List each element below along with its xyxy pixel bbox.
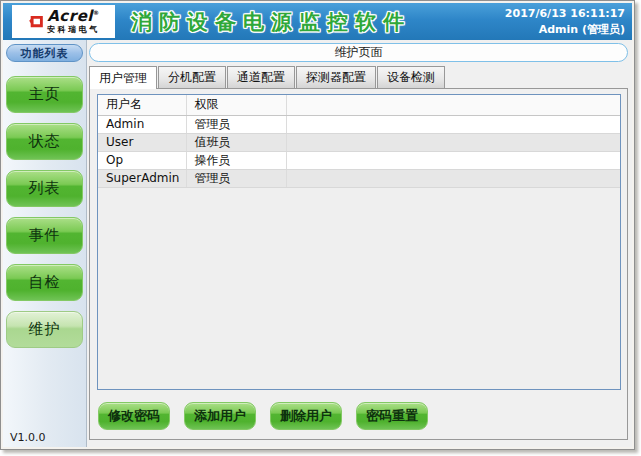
tab-extension-config[interactable]: 分机配置: [158, 66, 226, 88]
sidebar-item-status[interactable]: 状态: [6, 123, 83, 160]
logo-text: Acrel® 安科瑞电气: [47, 9, 100, 34]
header-bar: Acrel® 安科瑞电气 消防设备电源监控软件 2017/6/13 16:11:…: [3, 3, 632, 40]
tab-device-detection[interactable]: 设备检测: [377, 66, 445, 88]
acrel-logo: Acrel® 安科瑞电气: [12, 5, 115, 38]
cell-role: 管理员: [186, 115, 286, 133]
sidebar-item-selfcheck[interactable]: 自检: [6, 264, 83, 301]
sidebar-item-home[interactable]: 主页: [6, 76, 83, 113]
tab-user-management[interactable]: 用户管理: [89, 66, 157, 89]
action-button-row: 修改密码 添加用户 删除用户 密码重置: [97, 402, 621, 430]
column-header-username: 用户名: [98, 95, 186, 115]
cell-role: 值班员: [186, 133, 286, 151]
cell-username: Op: [98, 151, 186, 169]
logo-subtitle: 安科瑞电气: [47, 26, 100, 34]
table-row[interactable]: User 值班员: [98, 133, 620, 151]
delete-user-button[interactable]: 删除用户: [270, 402, 342, 430]
page-title: 维护页面: [89, 43, 628, 62]
user-table: 用户名 权限 Admin 管理员: [98, 95, 620, 188]
sidebar-item-events[interactable]: 事件: [6, 217, 83, 254]
reset-password-button[interactable]: 密码重置: [356, 402, 428, 430]
column-header-empty: [286, 95, 620, 115]
user-table-panel: 用户名 权限 Admin 管理员: [97, 94, 621, 390]
main-area: 维护页面 用户管理 分机配置 通道配置 探测器配置 设备检测 用户名 权限: [87, 40, 632, 447]
change-password-button[interactable]: 修改密码: [98, 402, 170, 430]
current-user-text: Admin (管理员): [505, 22, 625, 38]
version-label: V1.0.0: [10, 431, 46, 444]
acrel-logo-icon: [27, 14, 44, 30]
tab-detector-config[interactable]: 探测器配置: [296, 66, 376, 88]
logo-brand: Acrel®: [47, 9, 100, 24]
registered-mark: ®: [93, 9, 100, 16]
sidebar-item-list[interactable]: 列表: [6, 170, 83, 207]
cell-username: SuperAdmin: [98, 169, 186, 187]
sidebar-header: 功能列表: [6, 44, 83, 62]
table-header-row: 用户名 权限: [98, 95, 620, 115]
column-header-role: 权限: [186, 95, 286, 115]
app-title: 消防设备电源监控软件: [131, 8, 411, 36]
cell-username: Admin: [98, 115, 186, 133]
header-status: 2017/6/13 16:11:17 Admin (管理员): [505, 6, 632, 38]
sidebar-item-maintenance[interactable]: 维护: [6, 311, 83, 348]
datetime-text: 2017/6/13 16:11:17: [505, 6, 625, 22]
table-row[interactable]: Admin 管理员: [98, 115, 620, 133]
cell-role: 管理员: [186, 169, 286, 187]
cell-username: User: [98, 133, 186, 151]
tab-content: 用户名 权限 Admin 管理员: [89, 88, 628, 440]
add-user-button[interactable]: 添加用户: [184, 402, 256, 430]
sidebar: 功能列表 主页 状态 列表 事件 自检 维护 V1.0.0: [3, 40, 87, 447]
cell-role: 操作员: [186, 151, 286, 169]
app-window: Acrel® 安科瑞电气 消防设备电源监控软件 2017/6/13 16:11:…: [0, 0, 635, 450]
tab-channel-config[interactable]: 通道配置: [227, 66, 295, 88]
table-row[interactable]: Op 操作员: [98, 151, 620, 169]
tab-bar: 用户管理 分机配置 通道配置 探测器配置 设备检测: [89, 66, 628, 88]
table-row[interactable]: SuperAdmin 管理员: [98, 169, 620, 187]
